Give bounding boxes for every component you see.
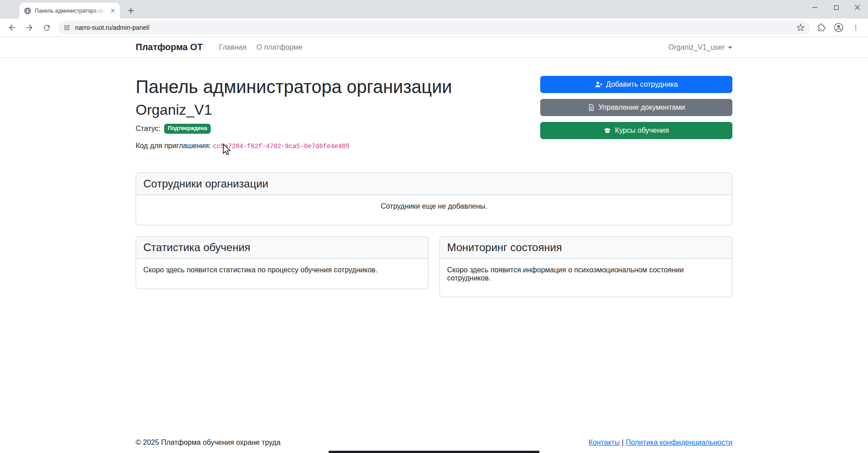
back-button[interactable] [5,20,19,35]
window-close-button[interactable] [847,0,868,15]
bookmark-star-icon[interactable] [797,23,805,32]
manage-documents-label: Управление документами [599,103,685,112]
nav-link-home[interactable]: Главная [215,40,250,55]
monitoring-card-text: Скоро здесь появится информация о психоэ… [447,266,718,282]
monitoring-card-header: Мониторинг состояния [440,237,732,259]
browser-tab[interactable]: Панель администратора орга [19,3,120,19]
user-dropdown[interactable]: Organiz_V1_user [668,43,732,51]
employees-card: Сотрудники организации Сотрудники еще не… [136,173,732,225]
brand-link[interactable]: Платформа ОТ [136,42,203,52]
manage-documents-button[interactable]: Управление документами [540,99,732,116]
window-maximize-button[interactable] [826,0,847,15]
mortarboard-icon [604,127,611,135]
stats-card-header: Статистика обучения [136,237,428,259]
new-tab-button[interactable] [124,4,137,17]
window-controls [804,0,868,15]
url-bar[interactable]: narro-suot.ru/admin-panel/ [58,21,810,34]
invite-code-label: Код для приглашения: [136,142,211,149]
actions-column: Добавить сотрудника Управление документа… [540,76,732,139]
user-dropdown-label: Organiz_V1_user [668,43,725,51]
training-courses-button[interactable]: Курсы обучения [540,122,732,139]
site-info-icon[interactable] [63,24,71,31]
forward-button[interactable] [22,20,37,35]
profile-button[interactable] [831,20,846,35]
nav-link-about[interactable]: О платформе [253,40,306,55]
footer-copyright: © 2025 Платформа обучения охране труда [136,439,281,447]
file-text-icon [588,104,595,111]
person-plus-icon [595,81,603,89]
extensions-button[interactable] [814,20,829,35]
tab-favicon-icon [24,7,31,14]
status-label: Статус: [136,125,160,133]
footer-link-contacts[interactable]: Контакты [589,439,620,446]
employees-empty-text: Сотрудники еще не добавлены. [143,202,725,210]
employees-card-header: Сотрудники организации [136,173,732,195]
page-title: Панель администратора организации [136,76,452,98]
site-footer: © 2025 Платформа обучения охране труда К… [0,430,868,453]
browser-window: Панель администратора орга [0,0,868,37]
stats-card-title: Статистика обучения [143,241,421,254]
tab-close-icon[interactable] [109,7,116,14]
site-navbar: Платформа ОТ Главная О платформе Organiz… [0,37,868,58]
add-employee-label: Добавить сотрудника [606,80,678,89]
browser-toolbar: narro-suot.ru/admin-panel/ [0,19,868,37]
window-minimize-button[interactable] [804,0,826,15]
url-text: narro-suot.ru/admin-panel/ [75,24,792,31]
add-employee-button[interactable]: Добавить сотрудника [540,76,732,93]
taskbar-peek-bar [329,451,539,453]
page: Платформа ОТ Главная О платформе Organiz… [0,37,868,453]
monitoring-card: Мониторинг состояния Скоро здесь появитс… [439,236,732,297]
employees-card-title: Сотрудники организации [143,177,725,190]
chevron-down-icon [728,47,732,49]
monitoring-card-title: Мониторинг состояния [447,241,725,254]
stats-card-text: Скоро здесь появится статистика по проце… [143,266,421,274]
footer-link-privacy[interactable]: Политика конфиденциальности [626,439,732,446]
browser-tabstrip: Панель администратора орга [0,0,868,19]
footer-links-separator: | [622,439,623,446]
org-name: Organiz_V1 [136,101,452,118]
org-header: Панель администратора организации Organi… [136,76,452,168]
main-content: Панель администратора организации Organi… [0,58,868,430]
invite-code-value: cc5a7284-f62f-4702-9ca5-0e7d6fe4e485 [213,143,349,150]
training-courses-label: Курсы обучения [615,126,669,135]
status-badge: Подтверждена [164,124,211,133]
menu-kebab-button[interactable] [849,20,863,35]
reload-button[interactable] [39,20,54,35]
stats-card: Статистика обучения Скоро здесь появится… [136,236,429,289]
tab-title: Панель администратора орга [35,8,105,14]
